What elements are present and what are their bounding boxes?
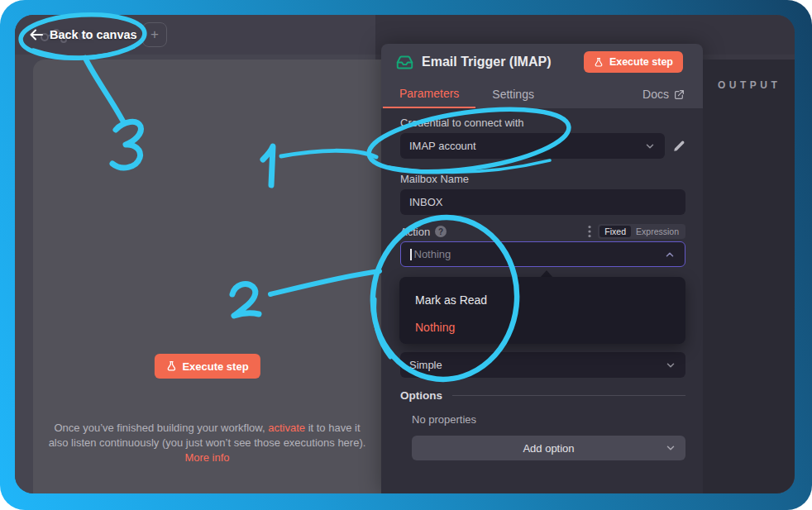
kebab-menu-icon[interactable] xyxy=(588,225,591,238)
divider xyxy=(452,395,685,396)
action-dropdown-menu: Mark as Read Nothing xyxy=(399,277,685,344)
options-section-header: Options xyxy=(400,389,685,402)
mailbox-value: INBOX xyxy=(409,196,442,208)
output-panel-label: OUTPUT xyxy=(703,60,795,91)
flask-icon xyxy=(594,57,604,68)
plus-icon: + xyxy=(150,26,159,43)
screenshot-frame: n8n Back to canvas + Execute step Once y… xyxy=(0,0,812,510)
pencil-icon[interactable] xyxy=(673,140,685,152)
chevron-down-icon xyxy=(665,360,676,371)
arrow-left-icon xyxy=(30,29,43,41)
note-text-2: it to have it xyxy=(305,422,360,434)
add-option-button[interactable]: Add option xyxy=(412,436,685,460)
text-cursor xyxy=(410,249,412,260)
chevron-up-icon xyxy=(664,249,676,260)
toggle-fixed[interactable]: Fixed xyxy=(599,226,631,237)
activate-note: Once you’ve finished building your workf… xyxy=(33,421,381,465)
credential-select[interactable]: IMAP account xyxy=(400,133,665,159)
add-tab-button[interactable]: + xyxy=(142,22,167,47)
note-text: Once you’ve finished building your workf… xyxy=(55,422,269,434)
fixed-expression-toggle[interactable]: Fixed Expression xyxy=(598,224,685,239)
docs-link[interactable]: Docs xyxy=(642,80,685,108)
tab-parameters[interactable]: Parameters xyxy=(383,80,475,108)
format-select[interactable]: Simple xyxy=(400,352,685,378)
execute-step-button-canvas[interactable]: Execute step xyxy=(154,354,260,379)
note-line-2: also listen continuously (you just won’t… xyxy=(33,436,381,450)
add-option-label: Add option xyxy=(523,442,574,455)
mailbox-label: Mailbox Name xyxy=(400,173,685,185)
external-link-icon xyxy=(674,89,685,100)
tab-settings[interactable]: Settings xyxy=(475,80,551,108)
action-value: Nothing xyxy=(414,248,665,260)
docs-label: Docs xyxy=(642,88,669,101)
more-info-link[interactable]: More info xyxy=(33,450,381,465)
execute-step-button-panel[interactable]: Execute step xyxy=(584,51,683,73)
mailbox-input[interactable]: INBOX xyxy=(400,189,685,215)
credential-value: IMAP account xyxy=(409,140,644,152)
credential-label: Credential to connect with xyxy=(400,117,685,129)
format-value: Simple xyxy=(409,359,665,371)
back-to-canvas-label: Back to canvas xyxy=(50,28,137,41)
activate-link[interactable]: activate xyxy=(268,422,305,434)
ndv-input-panel: Execute step Once you’ve finished buildi… xyxy=(33,60,381,493)
toggle-expression[interactable]: Expression xyxy=(631,226,684,237)
inbox-icon xyxy=(396,54,413,71)
action-row: Action ? Fixed Expression xyxy=(400,224,685,239)
node-settings-panel: Email Trigger (IMAP) Execute step Parame… xyxy=(381,44,703,493)
chevron-down-icon xyxy=(644,141,656,152)
flask-icon xyxy=(165,360,176,372)
option-nothing[interactable]: Nothing xyxy=(399,313,685,341)
options-label: Options xyxy=(400,389,442,402)
app-window: n8n Back to canvas + Execute step Once y… xyxy=(15,15,795,493)
action-select[interactable]: Nothing xyxy=(400,241,685,267)
back-to-canvas-button[interactable]: Back to canvas xyxy=(30,23,137,46)
node-title: Email Trigger (IMAP) xyxy=(422,55,584,69)
execute-step-label: Execute step xyxy=(609,56,673,68)
ndv-output-panel: OUTPUT xyxy=(703,60,795,493)
tab-bar: Parameters Settings Docs xyxy=(381,80,703,108)
parameters-pane: Credential to connect with IMAP account … xyxy=(381,108,703,493)
no-properties-text: No properties xyxy=(412,413,685,426)
execute-step-label: Execute step xyxy=(182,360,248,373)
node-header: Email Trigger (IMAP) Execute step xyxy=(381,44,703,80)
help-icon[interactable]: ? xyxy=(435,226,447,237)
action-label: Action xyxy=(400,226,430,238)
chevron-down-icon xyxy=(665,442,676,454)
option-mark-as-read[interactable]: Mark as Read xyxy=(399,286,685,313)
